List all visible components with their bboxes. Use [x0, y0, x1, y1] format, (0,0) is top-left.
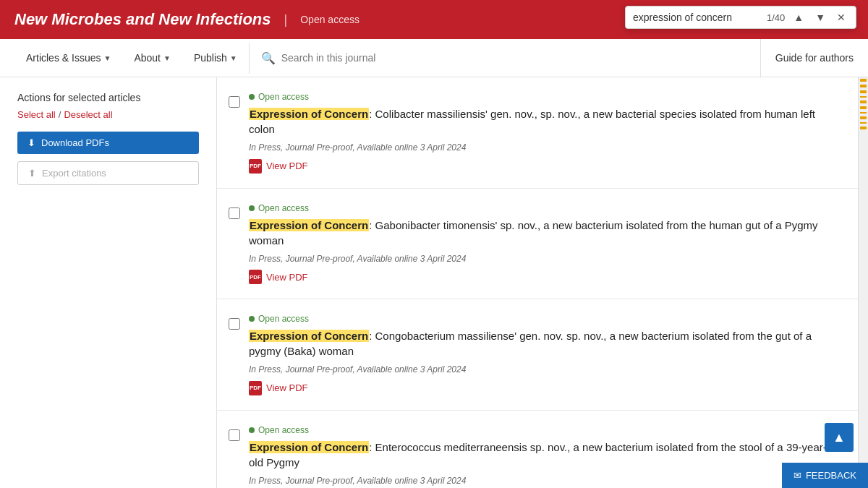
pdf-icon: PDF — [249, 159, 262, 174]
nav-about[interactable]: About ▼ — [122, 39, 182, 77]
open-access-dot-icon — [249, 427, 255, 433]
open-access-badge: Open access — [249, 314, 841, 324]
find-prev-button[interactable]: ▲ — [791, 11, 807, 24]
nav-publish[interactable]: Publish ▼ — [182, 39, 249, 77]
view-pdf-link[interactable]: PDF View PDF — [249, 270, 308, 284]
article-title: Expression of Concern: Colibacter massil… — [249, 106, 841, 137]
find-in-page-count: 1/40 — [767, 12, 785, 23]
open-access-badge: Open access — [249, 425, 841, 435]
journal-search-input[interactable] — [281, 52, 749, 64]
find-close-button[interactable]: ✕ — [834, 11, 848, 24]
article-checkbox[interactable] — [229, 318, 240, 330]
article-meta: In Press, Journal Pre-proof, Available o… — [249, 142, 841, 153]
navigation-bar: Articles & Issues ▼ About ▼ Publish ▼ 🔍 … — [0, 39, 868, 77]
chevron-down-icon: ▼ — [103, 54, 111, 62]
chevron-down-icon: ▼ — [230, 54, 237, 62]
journal-title: New Microbes and New Infections — [14, 10, 271, 29]
download-icon: ⬇ — [27, 137, 35, 148]
table-row: Open access Expression of Concern: Enter… — [217, 411, 858, 489]
deselect-all-link[interactable]: Deselect all — [64, 109, 112, 120]
sidebar: Actions for selected articles Select all… — [0, 77, 217, 488]
highlight-text: Expression of Concern — [249, 219, 369, 231]
open-access-badge: Open access — [249, 203, 841, 213]
article-list: Open access Expression of Concern: Colib… — [217, 77, 858, 488]
main-content: Actions for selected articles Select all… — [0, 77, 868, 488]
article-checkbox[interactable] — [229, 96, 240, 108]
actions-title: Actions for selected articles — [17, 92, 199, 103]
article-title: Expression of Concern: Enterococcus medi… — [249, 440, 841, 470]
article-content: Open access Expression of Concern: Enter… — [249, 425, 841, 489]
open-access-dot-icon — [249, 94, 255, 100]
chevron-down-icon: ▼ — [163, 54, 171, 62]
article-content: Open access Expression of Concern: Gabon… — [249, 203, 841, 285]
article-content: Open access Expression of Concern: Congo… — [249, 314, 841, 395]
scroll-mark — [860, 112, 867, 114]
open-access-label: Open access — [300, 14, 359, 25]
guide-for-authors-link[interactable]: Guide for authors — [760, 39, 854, 77]
scroll-mark — [860, 106, 867, 109]
select-links: Select all / Deselect all — [17, 109, 199, 120]
open-access-dot-icon — [249, 205, 255, 211]
view-pdf-link[interactable]: PDF View PDF — [249, 159, 308, 174]
scroll-mark — [860, 122, 867, 124]
feedback-icon: ✉ — [793, 470, 801, 481]
article-meta: In Press, Journal Pre-proof, Available o… — [249, 476, 841, 486]
article-meta: In Press, Journal Pre-proof, Available o… — [249, 254, 841, 264]
site-header: New Microbes and New Infections | Open a… — [0, 0, 868, 39]
select-all-link[interactable]: Select all — [17, 109, 56, 120]
back-to-top-button[interactable]: ▲ — [825, 423, 854, 452]
highlight-text: Expression of Concern — [249, 441, 369, 453]
nav-articles-issues[interactable]: Articles & Issues ▼ — [14, 39, 122, 77]
article-checkbox[interactable] — [229, 429, 240, 441]
export-citations-button: ⬆ Export citations — [17, 161, 199, 185]
export-icon: ⬆ — [28, 168, 36, 179]
scroll-mark — [860, 127, 867, 129]
article-title: Expression of Concern: Gabonibacter timo… — [249, 218, 841, 248]
pdf-icon: PDF — [249, 381, 262, 395]
view-pdf-link[interactable]: PDF View PDF — [249, 381, 308, 395]
scroll-indicators — [858, 77, 868, 488]
pdf-icon: PDF — [249, 270, 262, 284]
article-content: Open access Expression of Concern: Colib… — [249, 92, 841, 174]
find-next-button[interactable]: ▼ — [812, 11, 828, 24]
find-in-page-overlay: 1/40 ▲ ▼ ✕ — [625, 6, 856, 29]
article-meta: In Press, Journal Pre-proof, Available o… — [249, 364, 841, 374]
scroll-mark — [860, 85, 867, 87]
table-row: Open access Expression of Concern: Congo… — [217, 299, 858, 411]
highlight-text: Expression of Concern — [249, 330, 369, 342]
header-divider: | — [284, 12, 288, 27]
search-icon: 🔍 — [261, 51, 276, 65]
article-title: Expression of Concern: Congobacterium ma… — [249, 328, 841, 359]
scroll-mark — [860, 116, 867, 119]
download-pdfs-button[interactable]: ⬇ Download PDFs — [17, 132, 199, 154]
open-access-badge: Open access — [249, 92, 841, 102]
open-access-dot-icon — [249, 316, 255, 322]
feedback-button[interactable]: ✉ FEEDBACK — [782, 463, 868, 488]
highlight-text: Expression of Concern — [249, 108, 369, 120]
find-in-page-input[interactable] — [633, 12, 761, 23]
article-checkbox[interactable] — [229, 207, 240, 219]
scroll-mark — [860, 90, 867, 93]
scroll-mark — [860, 96, 867, 98]
journal-search-bar: 🔍 — [249, 43, 760, 74]
table-row: Open access Expression of Concern: Gabon… — [217, 189, 858, 300]
scroll-mark — [860, 100, 867, 103]
table-row: Open access Expression of Concern: Colib… — [217, 77, 858, 189]
scroll-mark — [860, 79, 867, 82]
